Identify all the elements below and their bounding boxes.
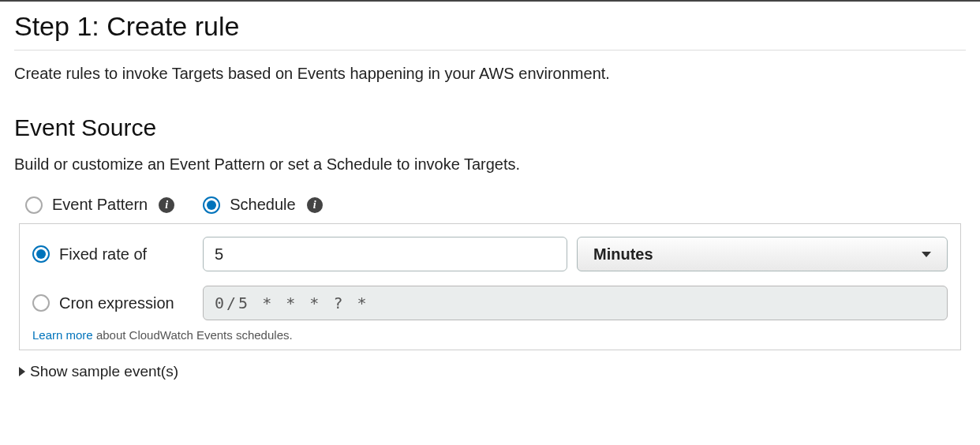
learn-more-row: Learn more about CloudWatch Events sched… (32, 328, 948, 342)
schedule-radio[interactable] (203, 196, 220, 214)
disclosure-triangle-icon (19, 367, 25, 376)
event-source-heading: Event Source (14, 114, 966, 141)
cron-input (203, 286, 948, 320)
event-pattern-radio[interactable] (25, 196, 43, 214)
cron-radio[interactable] (32, 294, 50, 312)
event-source-description: Build or customize an Event Pattern or s… (14, 155, 966, 174)
fixed-rate-row: Fixed rate of Minutes (32, 237, 948, 271)
schedule-info-icon[interactable]: i (307, 197, 323, 213)
schedule-config-panel: Fixed rate of Minutes Cron expression Le… (19, 223, 961, 350)
cron-row: Cron expression (32, 286, 948, 320)
fixed-rate-input[interactable] (203, 237, 567, 271)
cron-label[interactable]: Cron expression (59, 294, 193, 312)
fixed-rate-unit-select[interactable]: Minutes (577, 237, 948, 271)
learn-more-link[interactable]: Learn more (32, 328, 93, 342)
chevron-down-icon (922, 252, 931, 257)
show-sample-events-toggle[interactable]: Show sample event(s) (19, 363, 966, 380)
event-pattern-label[interactable]: Event Pattern (52, 196, 148, 214)
page-title: Step 1: Create rule (14, 11, 966, 50)
event-pattern-info-icon[interactable]: i (159, 197, 174, 213)
source-type-radio-group: Event Pattern i Schedule i (14, 196, 966, 214)
fixed-rate-radio[interactable] (32, 245, 50, 263)
fixed-rate-unit-value: Minutes (593, 245, 653, 264)
page-description: Create rules to invoke Targets based on … (14, 65, 966, 83)
learn-more-text: about CloudWatch Events schedules. (93, 328, 293, 342)
show-sample-events-label: Show sample event(s) (30, 363, 178, 380)
schedule-label[interactable]: Schedule (230, 196, 295, 214)
fixed-rate-label[interactable]: Fixed rate of (59, 245, 193, 264)
